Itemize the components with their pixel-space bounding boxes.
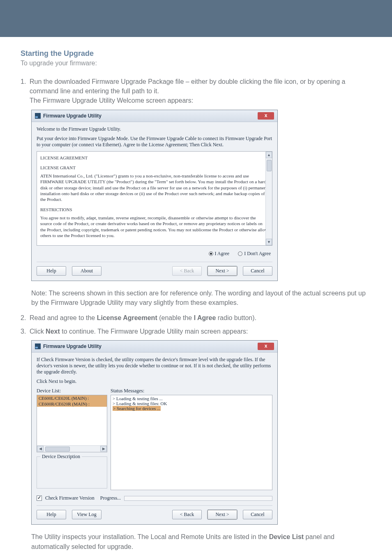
title-left: Firmware Upgrade Utility [35, 113, 101, 119]
device-description-group: Device Description [37, 456, 107, 489]
device-h-scrollbar[interactable]: ◀ ▶ [37, 445, 107, 452]
next-term: Next [46, 328, 60, 335]
scroll-thumb[interactable] [267, 160, 272, 171]
radio-agree-label: I Agree [215, 251, 230, 257]
check-firmware-label: Check Firmware Version [45, 495, 95, 501]
restrictions-body: You agree not to modify, adapt, translat… [40, 215, 269, 238]
cancel-button[interactable]: Cancel [243, 266, 272, 276]
viewlog-button[interactable]: View Log [72, 510, 101, 519]
page-header-banner [0, 0, 392, 37]
dialog-body: Welcome to the Firmware Upgrade Utility.… [32, 122, 277, 281]
step1-line-b: The Firmware Upgrade Utility Welcome scr… [30, 97, 193, 104]
firmware-dialog-main: Firmware Upgrade Utility x If Check Firm… [31, 340, 278, 525]
next-button[interactable]: Next > [208, 266, 237, 276]
list-item[interactable]: CE600L/CE620L (MAIN) : [37, 395, 107, 401]
restrictions-heading: RESTRICTIONS [40, 207, 269, 212]
section-heading: Starting the Upgrade [21, 49, 371, 58]
device-list-term: Device List [269, 533, 304, 540]
device-list-column: Device List: CE600L/CE620L (MAIN) : CE60… [37, 388, 107, 490]
intro-text: If Check Firmware Version is checked, th… [37, 357, 272, 375]
dialog-button-row: Help View Log < Back Next > Cancel [37, 505, 272, 519]
scroll-thumb[interactable] [45, 447, 70, 452]
status-messages-box: > Loading & testing files ... > Loading … [111, 395, 272, 490]
dialog-titlebar: Firmware Upgrade Utility x [32, 110, 277, 122]
close-button[interactable]: x [258, 343, 274, 350]
status-line: > Loading & testing files ... [113, 396, 270, 401]
radio-dot-icon [238, 251, 242, 256]
about-button[interactable]: About [72, 266, 101, 276]
radio-agree[interactable]: I Agree [209, 251, 230, 257]
click-next-text: Click Next to begin. [37, 378, 272, 385]
cancel-button[interactable]: Cancel [243, 510, 272, 519]
check-firmware-checkbox[interactable] [37, 495, 42, 501]
back-button: < Back [172, 266, 202, 276]
radio-disagree-label: I Don't Agree [244, 251, 271, 257]
status-line: > Searching for devices ... [113, 406, 270, 411]
license-agreement-term: License Agreement [97, 314, 157, 321]
scroll-down-icon[interactable]: ▼ [266, 239, 272, 245]
step-number: 3. [21, 327, 30, 336]
step1-line-a: Run the downloaded Firmware Upgrade Pack… [30, 78, 345, 94]
page-content: Starting the Upgrade To upgrade your fir… [0, 37, 392, 560]
note-text: Note: The screens shown in this section … [31, 288, 371, 307]
scroll-up-icon[interactable]: ▲ [266, 152, 272, 158]
back-button[interactable]: < Back [172, 510, 202, 519]
i-agree-term: I Agree [194, 314, 216, 321]
license-grant-heading: LICENSE GRANT [40, 165, 269, 171]
step-number: 2. [21, 313, 30, 323]
dialog-title: Firmware Upgrade Utility [43, 113, 101, 119]
next-button[interactable]: Next > [208, 510, 237, 519]
step-body: Click Next to continue. The Firmware Upg… [30, 327, 370, 336]
check-progress-row: Check Firmware Version Progress... [37, 495, 272, 501]
license-heading: LICENSE AGREEMENT [40, 155, 269, 161]
progress-label: Progress... [100, 495, 121, 501]
radio-disagree[interactable]: I Don't Agree [238, 251, 271, 257]
license-textarea[interactable]: LICENSE AGREEMENT LICENSE GRANT ATEN Int… [37, 151, 272, 246]
status-line: > Loading & testing files: OK [113, 401, 270, 406]
agree-radio-group: I Agree I Don't Agree [37, 249, 272, 262]
title-left: Firmware Upgrade Utility [35, 343, 101, 349]
dialog-title: Firmware Upgrade Utility [43, 343, 101, 349]
section-subheading: To upgrade your firmware: [21, 60, 371, 67]
description-legend: Device Description [40, 454, 82, 460]
app-icon [35, 113, 41, 119]
lists-row: Device List: CE600L/CE620L (MAIN) : CE60… [37, 388, 272, 490]
close-button[interactable]: x [258, 112, 274, 120]
step-body: Run the downloaded Firmware Upgrade Pack… [30, 77, 370, 106]
license-scrollbar[interactable]: ▲ ▼ [265, 152, 272, 245]
status-label: Status Messages: [111, 388, 272, 394]
tail-paragraph: The Utility inspects your installation. … [31, 532, 371, 551]
step-3: 3.Click Next to continue. The Firmware U… [21, 327, 371, 336]
scroll-left-icon[interactable]: ◀ [37, 446, 44, 452]
license-grant-body: ATEN International Co., Ltd. ("Licensor"… [40, 173, 269, 202]
dialog-body: If Check Firmware Version is checked, th… [32, 353, 277, 524]
status-column: Status Messages: > Loading & testing fil… [111, 388, 272, 490]
device-list-box[interactable]: CE600L/CE620L (MAIN) : CE600R/CE620R (MA… [37, 395, 107, 452]
help-button[interactable]: Help [37, 266, 66, 276]
step-body: Read and agree to the License Agreement … [30, 313, 370, 323]
help-button[interactable]: Help [37, 510, 66, 519]
dialog-button-row: Help About < Back Next > Cancel [37, 262, 272, 276]
step-number: 1. [21, 77, 30, 86]
progress-bar [124, 496, 272, 501]
dialog-titlebar: Firmware Upgrade Utility x [32, 341, 277, 353]
welcome-text: Welcome to the Firmware Upgrade Utility. [37, 126, 272, 132]
device-list-label: Device List: [37, 388, 107, 394]
app-icon [35, 343, 41, 349]
list-item[interactable]: CE600R/CE620R (MAIN) : [37, 401, 107, 407]
firmware-dialog-welcome: Firmware Upgrade Utility x Welcome to th… [31, 110, 278, 281]
scroll-right-icon[interactable]: ▶ [100, 446, 107, 452]
step-1: 1.Run the downloaded Firmware Upgrade Pa… [21, 77, 371, 106]
step-2: 2.Read and agree to the License Agreemen… [21, 313, 371, 323]
instruction-text: Put your device into Firmware Upgrade Mo… [37, 136, 272, 148]
radio-dot-icon [209, 251, 213, 256]
